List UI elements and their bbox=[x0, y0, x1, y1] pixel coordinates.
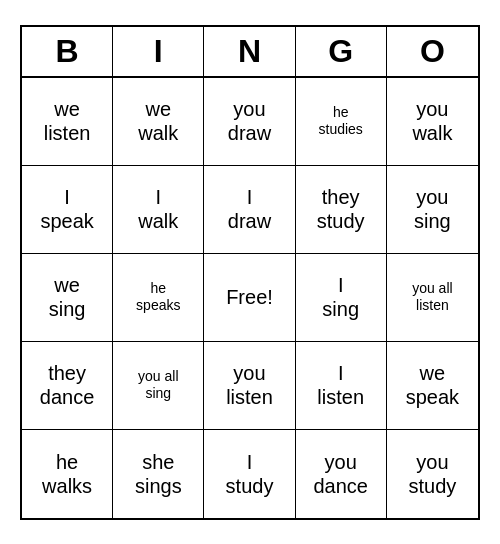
bingo-cell-15[interactable]: they dance bbox=[22, 342, 113, 430]
cell-text-2: you draw bbox=[228, 97, 271, 145]
header-letter-G: G bbox=[296, 27, 387, 76]
bingo-cell-21[interactable]: she sings bbox=[113, 430, 204, 518]
bingo-cell-5[interactable]: I speak bbox=[22, 166, 113, 254]
cell-text-16: you all sing bbox=[138, 368, 178, 402]
cell-text-22: I study bbox=[226, 450, 274, 498]
cell-text-17: you listen bbox=[226, 361, 273, 409]
header-letter-B: B bbox=[22, 27, 113, 76]
cell-text-23: you dance bbox=[313, 450, 368, 498]
cell-text-3: he studies bbox=[319, 104, 363, 138]
bingo-cell-10[interactable]: we sing bbox=[22, 254, 113, 342]
header-letter-O: O bbox=[387, 27, 478, 76]
bingo-cell-20[interactable]: he walks bbox=[22, 430, 113, 518]
cell-text-10: we sing bbox=[49, 273, 86, 321]
header-letter-I: I bbox=[113, 27, 204, 76]
bingo-cell-2[interactable]: you draw bbox=[204, 78, 295, 166]
cell-text-12: Free! bbox=[226, 285, 273, 309]
bingo-cell-9[interactable]: you sing bbox=[387, 166, 478, 254]
cell-text-9: you sing bbox=[414, 185, 451, 233]
bingo-cell-14[interactable]: you all listen bbox=[387, 254, 478, 342]
bingo-cell-16[interactable]: you all sing bbox=[113, 342, 204, 430]
cell-text-5: I speak bbox=[40, 185, 93, 233]
bingo-cell-1[interactable]: we walk bbox=[113, 78, 204, 166]
bingo-cell-7[interactable]: I draw bbox=[204, 166, 295, 254]
bingo-cell-4[interactable]: you walk bbox=[387, 78, 478, 166]
cell-text-0: we listen bbox=[44, 97, 91, 145]
bingo-cell-11[interactable]: he speaks bbox=[113, 254, 204, 342]
bingo-header: BINGO bbox=[22, 27, 478, 78]
cell-text-20: he walks bbox=[42, 450, 92, 498]
cell-text-6: I walk bbox=[138, 185, 178, 233]
bingo-grid: we listenwe walkyou drawhe studiesyou wa… bbox=[22, 78, 478, 518]
cell-text-1: we walk bbox=[138, 97, 178, 145]
cell-text-21: she sings bbox=[135, 450, 182, 498]
cell-text-14: you all listen bbox=[412, 280, 452, 314]
bingo-cell-23[interactable]: you dance bbox=[296, 430, 387, 518]
bingo-cell-8[interactable]: they study bbox=[296, 166, 387, 254]
bingo-card: BINGO we listenwe walkyou drawhe studies… bbox=[20, 25, 480, 520]
header-letter-N: N bbox=[204, 27, 295, 76]
cell-text-11: he speaks bbox=[136, 280, 180, 314]
cell-text-13: I sing bbox=[322, 273, 359, 321]
bingo-cell-18[interactable]: I listen bbox=[296, 342, 387, 430]
bingo-cell-6[interactable]: I walk bbox=[113, 166, 204, 254]
bingo-cell-0[interactable]: we listen bbox=[22, 78, 113, 166]
cell-text-15: they dance bbox=[40, 361, 95, 409]
bingo-cell-24[interactable]: you study bbox=[387, 430, 478, 518]
bingo-cell-17[interactable]: you listen bbox=[204, 342, 295, 430]
bingo-cell-13[interactable]: I sing bbox=[296, 254, 387, 342]
cell-text-18: I listen bbox=[317, 361, 364, 409]
cell-text-24: you study bbox=[408, 450, 456, 498]
bingo-cell-22[interactable]: I study bbox=[204, 430, 295, 518]
bingo-cell-12[interactable]: Free! bbox=[204, 254, 295, 342]
cell-text-7: I draw bbox=[228, 185, 271, 233]
cell-text-4: you walk bbox=[412, 97, 452, 145]
cell-text-8: they study bbox=[317, 185, 365, 233]
bingo-cell-19[interactable]: we speak bbox=[387, 342, 478, 430]
cell-text-19: we speak bbox=[406, 361, 459, 409]
bingo-cell-3[interactable]: he studies bbox=[296, 78, 387, 166]
